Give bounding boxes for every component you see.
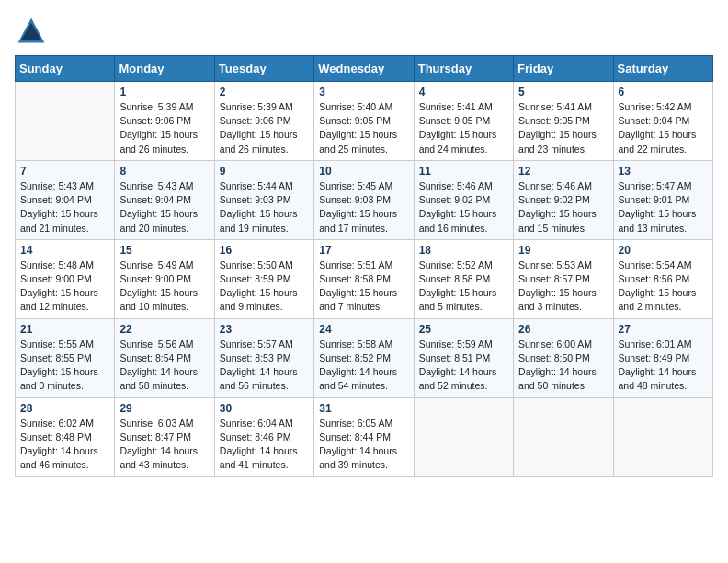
day-info: Sunrise: 5:41 AM Sunset: 9:05 PM Dayligh…: [518, 100, 608, 156]
calendar-cell: 13Sunrise: 5:47 AM Sunset: 9:01 PM Dayli…: [613, 160, 712, 239]
day-number: 13: [619, 165, 708, 178]
day-info: Sunrise: 5:55 AM Sunset: 8:55 PM Dayligh…: [20, 338, 109, 394]
day-info: Sunrise: 5:41 AM Sunset: 9:05 PM Dayligh…: [419, 100, 508, 156]
calendar-cell: 30Sunrise: 6:04 AM Sunset: 8:46 PM Dayli…: [214, 397, 313, 477]
calendar-cell: 1Sunrise: 5:39 AM Sunset: 9:06 PM Daylig…: [115, 82, 214, 161]
calendar-cell: [16, 82, 115, 161]
calendar-week-row: 21Sunrise: 5:55 AM Sunset: 8:55 PM Dayli…: [16, 318, 713, 397]
calendar-cell: 31Sunrise: 6:05 AM Sunset: 8:44 PM Dayli…: [314, 397, 414, 477]
calendar-cell: 25Sunrise: 5:59 AM Sunset: 8:51 PM Dayli…: [414, 318, 513, 397]
day-info: Sunrise: 5:52 AM Sunset: 8:58 PM Dayligh…: [419, 259, 508, 315]
calendar-cell: 9Sunrise: 5:44 AM Sunset: 9:03 PM Daylig…: [214, 160, 313, 239]
weekday-header-wednesday: Wednesday: [314, 56, 414, 82]
day-info: Sunrise: 5:47 AM Sunset: 9:01 PM Dayligh…: [619, 179, 708, 236]
day-info: Sunrise: 5:49 AM Sunset: 9:00 PM Dayligh…: [119, 259, 209, 315]
weekday-header-sunday: Sunday: [16, 56, 115, 82]
calendar-week-row: 7Sunrise: 5:43 AM Sunset: 9:04 PM Daylig…: [16, 160, 713, 239]
calendar-cell: 18Sunrise: 5:52 AM Sunset: 8:58 PM Dayli…: [414, 239, 513, 318]
day-number: 15: [119, 244, 209, 257]
day-info: Sunrise: 5:50 AM Sunset: 8:59 PM Dayligh…: [220, 259, 309, 315]
day-number: 4: [419, 86, 508, 98]
day-number: 8: [119, 165, 209, 178]
calendar-cell: 7Sunrise: 5:43 AM Sunset: 9:04 PM Daylig…: [16, 160, 115, 239]
calendar-cell: 4Sunrise: 5:41 AM Sunset: 9:05 PM Daylig…: [414, 82, 513, 161]
calendar-cell: 27Sunrise: 6:01 AM Sunset: 8:49 PM Dayli…: [613, 318, 712, 397]
weekday-header-friday: Friday: [514, 56, 613, 82]
day-number: 16: [220, 244, 309, 257]
day-number: 20: [619, 244, 708, 257]
day-info: Sunrise: 5:56 AM Sunset: 8:54 PM Dayligh…: [119, 338, 209, 394]
day-info: Sunrise: 6:04 AM Sunset: 8:46 PM Dayligh…: [220, 417, 309, 473]
calendar-cell: 19Sunrise: 5:53 AM Sunset: 8:57 PM Dayli…: [514, 239, 613, 318]
logo: [15, 15, 51, 48]
day-info: Sunrise: 5:43 AM Sunset: 9:04 PM Dayligh…: [20, 179, 109, 236]
page-header: [15, 15, 713, 48]
day-number: 12: [518, 165, 608, 178]
calendar-cell: 24Sunrise: 5:58 AM Sunset: 8:52 PM Dayli…: [314, 318, 414, 397]
calendar-cell: 8Sunrise: 5:43 AM Sunset: 9:04 PM Daylig…: [115, 160, 214, 239]
weekday-header-monday: Monday: [115, 56, 214, 82]
calendar-cell: 5Sunrise: 5:41 AM Sunset: 9:05 PM Daylig…: [514, 82, 613, 161]
weekday-header-tuesday: Tuesday: [214, 56, 313, 82]
day-info: Sunrise: 5:44 AM Sunset: 9:03 PM Dayligh…: [220, 179, 309, 236]
day-info: Sunrise: 6:05 AM Sunset: 8:44 PM Dayligh…: [319, 417, 408, 473]
calendar-cell: 14Sunrise: 5:48 AM Sunset: 9:00 PM Dayli…: [16, 239, 115, 318]
day-number: 10: [319, 165, 408, 178]
calendar-cell: [613, 397, 712, 477]
day-number: 7: [20, 165, 109, 178]
day-info: Sunrise: 5:59 AM Sunset: 8:51 PM Dayligh…: [419, 338, 508, 394]
logo-icon: [15, 15, 48, 48]
day-number: 6: [619, 86, 708, 98]
calendar-cell: 16Sunrise: 5:50 AM Sunset: 8:59 PM Dayli…: [214, 239, 313, 318]
day-number: 21: [20, 323, 109, 336]
day-number: 3: [319, 86, 408, 98]
day-number: 19: [518, 244, 608, 257]
calendar-cell: 15Sunrise: 5:49 AM Sunset: 9:00 PM Dayli…: [115, 239, 214, 318]
day-info: Sunrise: 5:57 AM Sunset: 8:53 PM Dayligh…: [220, 338, 309, 394]
day-info: Sunrise: 5:43 AM Sunset: 9:04 PM Dayligh…: [119, 179, 209, 236]
day-number: 11: [419, 165, 508, 178]
day-info: Sunrise: 5:46 AM Sunset: 9:02 PM Dayligh…: [419, 179, 508, 236]
day-number: 1: [119, 86, 209, 98]
day-number: 30: [220, 402, 309, 415]
day-info: Sunrise: 6:02 AM Sunset: 8:48 PM Dayligh…: [20, 417, 109, 473]
calendar-cell: 28Sunrise: 6:02 AM Sunset: 8:48 PM Dayli…: [16, 397, 115, 477]
day-number: 22: [119, 323, 209, 336]
day-info: Sunrise: 5:42 AM Sunset: 9:04 PM Dayligh…: [619, 100, 708, 156]
day-number: 9: [220, 165, 309, 178]
calendar-cell: [514, 397, 613, 477]
calendar-cell: 3Sunrise: 5:40 AM Sunset: 9:05 PM Daylig…: [314, 82, 414, 161]
day-info: Sunrise: 6:01 AM Sunset: 8:49 PM Dayligh…: [619, 338, 708, 394]
day-number: 25: [419, 323, 508, 336]
day-number: 5: [518, 86, 608, 98]
day-info: Sunrise: 5:45 AM Sunset: 9:03 PM Dayligh…: [319, 179, 408, 236]
day-number: 26: [518, 323, 608, 336]
day-info: Sunrise: 6:00 AM Sunset: 8:50 PM Dayligh…: [518, 338, 608, 394]
weekday-header-row: SundayMondayTuesdayWednesdayThursdayFrid…: [16, 56, 713, 82]
day-number: 31: [319, 402, 408, 415]
weekday-header-saturday: Saturday: [613, 56, 712, 82]
calendar-cell: 11Sunrise: 5:46 AM Sunset: 9:02 PM Dayli…: [414, 160, 513, 239]
calendar-cell: 20Sunrise: 5:54 AM Sunset: 8:56 PM Dayli…: [613, 239, 712, 318]
day-number: 18: [419, 244, 508, 257]
day-info: Sunrise: 6:03 AM Sunset: 8:47 PM Dayligh…: [119, 417, 209, 473]
calendar-cell: 26Sunrise: 6:00 AM Sunset: 8:50 PM Dayli…: [514, 318, 613, 397]
calendar-cell: 17Sunrise: 5:51 AM Sunset: 8:58 PM Dayli…: [314, 239, 414, 318]
calendar-cell: 6Sunrise: 5:42 AM Sunset: 9:04 PM Daylig…: [613, 82, 712, 161]
calendar-cell: 22Sunrise: 5:56 AM Sunset: 8:54 PM Dayli…: [115, 318, 214, 397]
day-info: Sunrise: 5:48 AM Sunset: 9:00 PM Dayligh…: [20, 259, 109, 315]
day-info: Sunrise: 5:58 AM Sunset: 8:52 PM Dayligh…: [319, 338, 408, 394]
calendar-cell: 2Sunrise: 5:39 AM Sunset: 9:06 PM Daylig…: [214, 82, 313, 161]
calendar-cell: 12Sunrise: 5:46 AM Sunset: 9:02 PM Dayli…: [514, 160, 613, 239]
day-info: Sunrise: 5:40 AM Sunset: 9:05 PM Dayligh…: [319, 100, 408, 156]
calendar-week-row: 1Sunrise: 5:39 AM Sunset: 9:06 PM Daylig…: [16, 82, 713, 161]
day-number: 2: [220, 86, 309, 98]
calendar-cell: 21Sunrise: 5:55 AM Sunset: 8:55 PM Dayli…: [16, 318, 115, 397]
calendar-cell: 23Sunrise: 5:57 AM Sunset: 8:53 PM Dayli…: [214, 318, 313, 397]
day-info: Sunrise: 5:51 AM Sunset: 8:58 PM Dayligh…: [319, 259, 408, 315]
calendar-cell: 29Sunrise: 6:03 AM Sunset: 8:47 PM Dayli…: [115, 397, 214, 477]
calendar-week-row: 28Sunrise: 6:02 AM Sunset: 8:48 PM Dayli…: [16, 397, 713, 477]
day-info: Sunrise: 5:39 AM Sunset: 9:06 PM Dayligh…: [220, 100, 309, 156]
day-info: Sunrise: 5:54 AM Sunset: 8:56 PM Dayligh…: [619, 259, 708, 315]
calendar-cell: [414, 397, 513, 477]
